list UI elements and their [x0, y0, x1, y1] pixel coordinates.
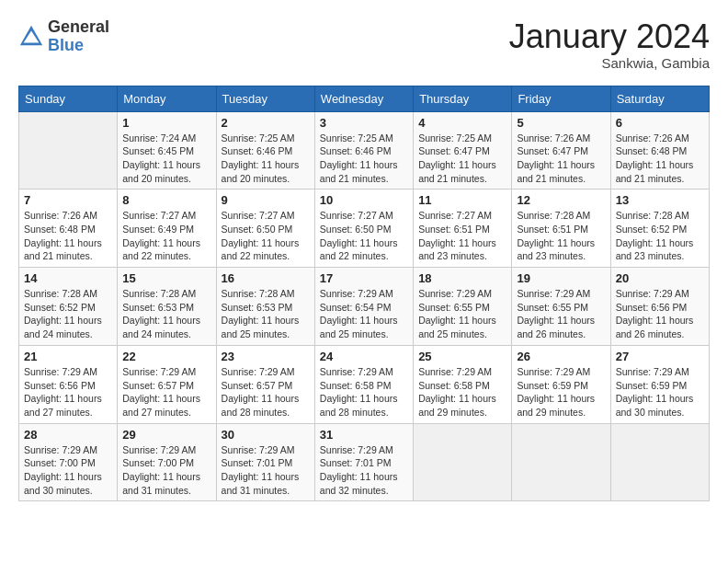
day-info: Sunrise: 7:29 AM Sunset: 6:54 PM Dayligh… — [320, 287, 408, 341]
calendar-cell — [414, 423, 512, 501]
calendar-cell: 3Sunrise: 7:25 AM Sunset: 6:46 PM Daylig… — [314, 111, 413, 190]
day-number: 21 — [24, 350, 112, 363]
day-number: 3 — [320, 116, 408, 130]
day-number: 26 — [517, 350, 605, 363]
header-day-tuesday: Tuesday — [216, 86, 314, 111]
page-header: General Blue January 2024 Sankwia, Gambi… — [18, 18, 710, 71]
day-info: Sunrise: 7:28 AM Sunset: 6:53 PM Dayligh… — [222, 287, 310, 341]
header-day-monday: Monday — [118, 86, 216, 111]
header-day-sunday: Sunday — [19, 86, 118, 111]
week-row-2: 7Sunrise: 7:26 AM Sunset: 6:48 PM Daylig… — [19, 190, 710, 268]
day-info: Sunrise: 7:29 AM Sunset: 6:57 PM Dayligh… — [222, 365, 310, 419]
calendar-cell: 17Sunrise: 7:29 AM Sunset: 6:54 PM Dayli… — [314, 268, 413, 346]
calendar-cell: 20Sunrise: 7:29 AM Sunset: 6:56 PM Dayli… — [610, 268, 709, 346]
day-info: Sunrise: 7:29 AM Sunset: 6:58 PM Dayligh… — [418, 365, 506, 419]
day-number: 8 — [122, 193, 210, 207]
day-number: 10 — [320, 193, 408, 207]
day-info: Sunrise: 7:25 AM Sunset: 6:46 PM Dayligh… — [222, 132, 310, 186]
day-number: 17 — [320, 271, 408, 285]
calendar-cell: 12Sunrise: 7:28 AM Sunset: 6:51 PM Dayli… — [512, 190, 610, 268]
day-number: 14 — [24, 271, 112, 285]
calendar-cell: 5Sunrise: 7:26 AM Sunset: 6:47 PM Daylig… — [512, 111, 610, 190]
day-number: 15 — [122, 271, 210, 285]
calendar-cell: 30Sunrise: 7:29 AM Sunset: 7:01 PM Dayli… — [216, 423, 314, 501]
week-row-5: 28Sunrise: 7:29 AM Sunset: 7:00 PM Dayli… — [19, 423, 710, 501]
calendar-cell: 4Sunrise: 7:25 AM Sunset: 6:47 PM Daylig… — [414, 111, 512, 190]
location-text: Sankwia, Gambia — [509, 55, 710, 71]
day-info: Sunrise: 7:29 AM Sunset: 6:56 PM Dayligh… — [24, 365, 112, 419]
day-number: 19 — [517, 271, 605, 285]
calendar-cell: 26Sunrise: 7:29 AM Sunset: 6:59 PM Dayli… — [512, 345, 610, 423]
calendar-cell — [610, 423, 709, 501]
title-block: January 2024 Sankwia, Gambia — [509, 18, 710, 71]
calendar-cell: 16Sunrise: 7:28 AM Sunset: 6:53 PM Dayli… — [216, 268, 314, 346]
day-info: Sunrise: 7:27 AM Sunset: 6:51 PM Dayligh… — [418, 209, 506, 263]
day-info: Sunrise: 7:26 AM Sunset: 6:48 PM Dayligh… — [24, 209, 112, 263]
day-info: Sunrise: 7:24 AM Sunset: 6:45 PM Dayligh… — [122, 132, 210, 186]
day-info: Sunrise: 7:27 AM Sunset: 6:50 PM Dayligh… — [320, 209, 408, 263]
day-number: 4 — [418, 116, 506, 130]
day-info: Sunrise: 7:29 AM Sunset: 6:59 PM Dayligh… — [616, 365, 704, 419]
day-info: Sunrise: 7:27 AM Sunset: 6:49 PM Dayligh… — [122, 209, 210, 263]
day-info: Sunrise: 7:25 AM Sunset: 6:46 PM Dayligh… — [320, 132, 408, 186]
week-row-4: 21Sunrise: 7:29 AM Sunset: 6:56 PM Dayli… — [19, 345, 710, 423]
day-info: Sunrise: 7:29 AM Sunset: 6:55 PM Dayligh… — [418, 287, 506, 341]
day-number: 5 — [517, 116, 605, 130]
calendar-cell: 6Sunrise: 7:26 AM Sunset: 6:48 PM Daylig… — [610, 111, 709, 190]
day-number: 29 — [122, 428, 210, 442]
day-number: 7 — [24, 193, 112, 207]
calendar-table: SundayMondayTuesdayWednesdayThursdayFrid… — [18, 86, 710, 502]
calendar-cell: 8Sunrise: 7:27 AM Sunset: 6:49 PM Daylig… — [118, 190, 216, 268]
day-number: 31 — [320, 428, 408, 442]
day-number: 27 — [616, 350, 704, 363]
header-row: SundayMondayTuesdayWednesdayThursdayFrid… — [19, 86, 710, 111]
day-number: 30 — [222, 428, 310, 442]
header-day-wednesday: Wednesday — [314, 86, 413, 111]
day-info: Sunrise: 7:25 AM Sunset: 6:47 PM Dayligh… — [418, 132, 506, 186]
day-info: Sunrise: 7:29 AM Sunset: 6:59 PM Dayligh… — [517, 365, 605, 419]
day-number: 1 — [122, 116, 210, 130]
calendar-cell: 7Sunrise: 7:26 AM Sunset: 6:48 PM Daylig… — [19, 190, 118, 268]
calendar-header: SundayMondayTuesdayWednesdayThursdayFrid… — [19, 86, 710, 111]
day-number: 9 — [222, 193, 310, 207]
calendar-cell: 15Sunrise: 7:28 AM Sunset: 6:53 PM Dayli… — [118, 268, 216, 346]
week-row-1: 1Sunrise: 7:24 AM Sunset: 6:45 PM Daylig… — [19, 111, 710, 190]
calendar-cell: 1Sunrise: 7:24 AM Sunset: 6:45 PM Daylig… — [118, 111, 216, 190]
day-number: 28 — [24, 428, 112, 442]
header-day-thursday: Thursday — [414, 86, 512, 111]
day-number: 22 — [122, 350, 210, 363]
calendar-cell — [512, 423, 610, 501]
month-title: January 2024 — [509, 18, 710, 55]
day-number: 23 — [222, 350, 310, 363]
day-number: 16 — [222, 271, 310, 285]
day-number: 20 — [616, 271, 704, 285]
calendar-cell: 11Sunrise: 7:27 AM Sunset: 6:51 PM Dayli… — [414, 190, 512, 268]
logo-general-text: General Blue — [48, 18, 109, 55]
day-number: 25 — [418, 350, 506, 363]
day-number: 2 — [222, 116, 310, 130]
day-info: Sunrise: 7:29 AM Sunset: 7:01 PM Dayligh… — [320, 443, 408, 498]
calendar-cell: 21Sunrise: 7:29 AM Sunset: 6:56 PM Dayli… — [19, 345, 118, 423]
day-info: Sunrise: 7:29 AM Sunset: 6:57 PM Dayligh… — [122, 365, 210, 419]
header-day-friday: Friday — [512, 86, 610, 111]
calendar-cell: 27Sunrise: 7:29 AM Sunset: 6:59 PM Dayli… — [610, 345, 709, 423]
logo-icon — [18, 24, 44, 50]
day-info: Sunrise: 7:28 AM Sunset: 6:53 PM Dayligh… — [122, 287, 210, 341]
calendar-cell: 2Sunrise: 7:25 AM Sunset: 6:46 PM Daylig… — [216, 111, 314, 190]
day-number: 6 — [616, 116, 704, 130]
calendar-cell: 9Sunrise: 7:27 AM Sunset: 6:50 PM Daylig… — [216, 190, 314, 268]
day-number: 18 — [418, 271, 506, 285]
day-info: Sunrise: 7:29 AM Sunset: 6:58 PM Dayligh… — [320, 365, 408, 419]
calendar-cell: 28Sunrise: 7:29 AM Sunset: 7:00 PM Dayli… — [19, 423, 118, 501]
calendar-cell: 24Sunrise: 7:29 AM Sunset: 6:58 PM Dayli… — [314, 345, 413, 423]
day-info: Sunrise: 7:28 AM Sunset: 6:52 PM Dayligh… — [616, 209, 704, 263]
day-info: Sunrise: 7:29 AM Sunset: 7:01 PM Dayligh… — [222, 443, 310, 498]
day-info: Sunrise: 7:29 AM Sunset: 6:55 PM Dayligh… — [517, 287, 605, 341]
day-number: 12 — [517, 193, 605, 207]
day-info: Sunrise: 7:29 AM Sunset: 6:56 PM Dayligh… — [616, 287, 704, 341]
calendar-cell: 19Sunrise: 7:29 AM Sunset: 6:55 PM Dayli… — [512, 268, 610, 346]
week-row-3: 14Sunrise: 7:28 AM Sunset: 6:52 PM Dayli… — [19, 268, 710, 346]
calendar-cell: 10Sunrise: 7:27 AM Sunset: 6:50 PM Dayli… — [314, 190, 413, 268]
day-info: Sunrise: 7:29 AM Sunset: 7:00 PM Dayligh… — [24, 443, 112, 498]
calendar-cell: 13Sunrise: 7:28 AM Sunset: 6:52 PM Dayli… — [610, 190, 709, 268]
